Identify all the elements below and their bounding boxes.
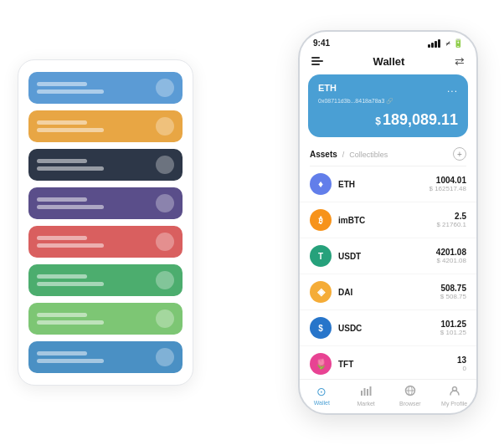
eth-usd: $ 162517.48 [429,185,467,192]
assets-tabs: Assets / Collectibles + [300,144,476,166]
eth-card-label: ETH [318,83,337,93]
eth-card[interactable]: ETH ... 0x08711d3b...8418a78a3 🔗 $189,08… [308,74,468,137]
status-bar: 9:41 ⌿ 🔋 [300,32,476,51]
wallet-card-6[interactable] [28,264,183,296]
wallet-nav-label: Wallet [314,400,330,406]
imbtc-amount: 2.5 [436,212,466,221]
tft-name: TFT [338,360,457,369]
eth-card-menu[interactable]: ... [447,83,458,95]
tft-amount: 13 [457,355,466,365]
browser-nav-label: Browser [399,401,421,407]
imbtc-name: imBTC [338,216,436,225]
svg-rect-3 [370,386,372,396]
asset-item-dai[interactable]: ◈ DAI 508.75 $ 508.75 [300,274,476,310]
asset-item-usdt[interactable]: T USDT 4201.08 $ 4201.08 [300,238,476,274]
dai-amount: 508.75 [440,284,466,293]
dai-usd: $ 508.75 [440,293,466,300]
usdc-usd: $ 101.25 [440,329,466,336]
usdt-name: USDT [338,252,436,261]
market-nav-icon [360,385,372,399]
tft-usd: 0 [457,365,466,372]
status-icons: ⌿ 🔋 [428,38,463,48]
wallet-card-2[interactable] [28,110,183,142]
asset-item-tft[interactable]: 🌷 TFT 13 0 [300,346,476,379]
expand-icon[interactable]: ⇄ [455,54,465,68]
asset-list: ♦ ETH 1004.01 $ 162517.48 ₿ imBTC 2.5 $ … [300,166,476,379]
phone: 9:41 ⌿ 🔋 Wallet ⇄ [298,30,478,415]
eth-name: ETH [338,180,429,189]
wallet-card-4[interactable] [28,187,183,219]
phone-header: Wallet ⇄ [300,51,476,74]
menu-icon[interactable] [311,57,323,65]
eth-address: 0x08711d3b...8418a78a3 🔗 [318,98,458,105]
profile-nav-label: My Profile [441,401,467,407]
eth-amount: 1004.01 [429,176,467,185]
wallet-card-8[interactable] [28,341,183,373]
wallet-nav-icon: ⊙ [316,385,327,398]
imbtc-usd: $ 21760.1 [436,221,466,228]
usdc-amount: 101.25 [440,320,466,329]
svg-rect-1 [364,388,366,396]
left-panel [18,59,193,386]
tab-collectibles[interactable]: Collectibles [349,151,388,159]
scene: 9:41 ⌿ 🔋 Wallet ⇄ [18,13,486,432]
eth-balance: $189,089.11 [318,111,458,129]
eth-icon: ♦ [310,173,332,195]
wallet-card-1[interactable] [28,72,183,104]
nav-profile[interactable]: My Profile [432,385,476,407]
svg-rect-2 [367,389,368,396]
tab-assets[interactable]: Assets [310,150,337,159]
svg-rect-0 [361,391,363,396]
wallet-card-3[interactable] [28,149,183,181]
nav-wallet[interactable]: ⊙ Wallet [300,385,344,407]
wallet-card-7[interactable] [28,303,183,335]
usdt-amount: 4201.08 [436,248,466,257]
status-time: 9:41 [313,38,330,48]
dai-icon: ◈ [310,281,332,303]
bottom-nav: ⊙ Wallet Market [300,379,476,413]
page-title: Wallet [373,55,405,68]
dai-name: DAI [338,288,440,297]
profile-nav-icon [449,385,460,399]
usdc-name: USDC [338,324,440,333]
asset-item-usdc[interactable]: $ USDC 101.25 $ 101.25 [300,310,476,346]
usdt-usd: $ 4201.08 [436,257,466,264]
nav-market[interactable]: Market [344,385,388,407]
nav-browser[interactable]: Browser [388,385,433,407]
asset-item-eth[interactable]: ♦ ETH 1004.01 $ 162517.48 [300,166,476,202]
usdt-icon: T [310,245,332,267]
tft-icon: 🌷 [310,353,332,375]
add-asset-button[interactable]: + [453,147,466,161]
usdc-icon: $ [310,317,332,339]
asset-item-imbtc[interactable]: ₿ imBTC 2.5 $ 21760.1 [300,202,476,238]
wallet-card-5[interactable] [28,226,183,258]
browser-nav-icon [404,385,416,399]
imbtc-icon: ₿ [310,209,332,231]
market-nav-label: Market [357,401,374,407]
